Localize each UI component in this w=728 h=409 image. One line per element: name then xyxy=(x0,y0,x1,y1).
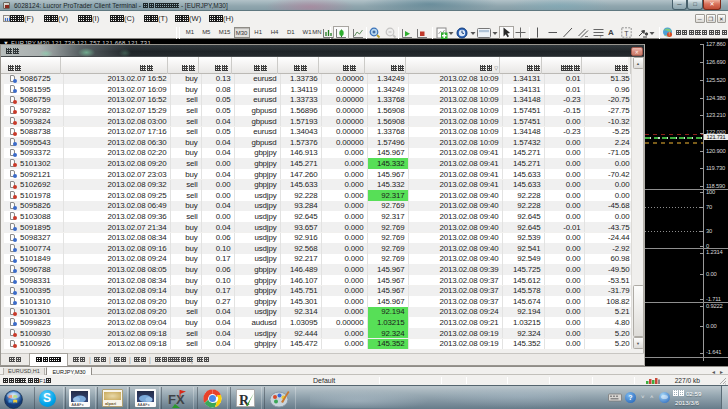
svg-text:f: f xyxy=(600,34,602,38)
svg-text:FX: FX xyxy=(168,392,185,407)
svg-text:R: R xyxy=(239,393,250,408)
svg-text:!: ! xyxy=(669,32,670,37)
svg-text:T: T xyxy=(624,30,629,37)
